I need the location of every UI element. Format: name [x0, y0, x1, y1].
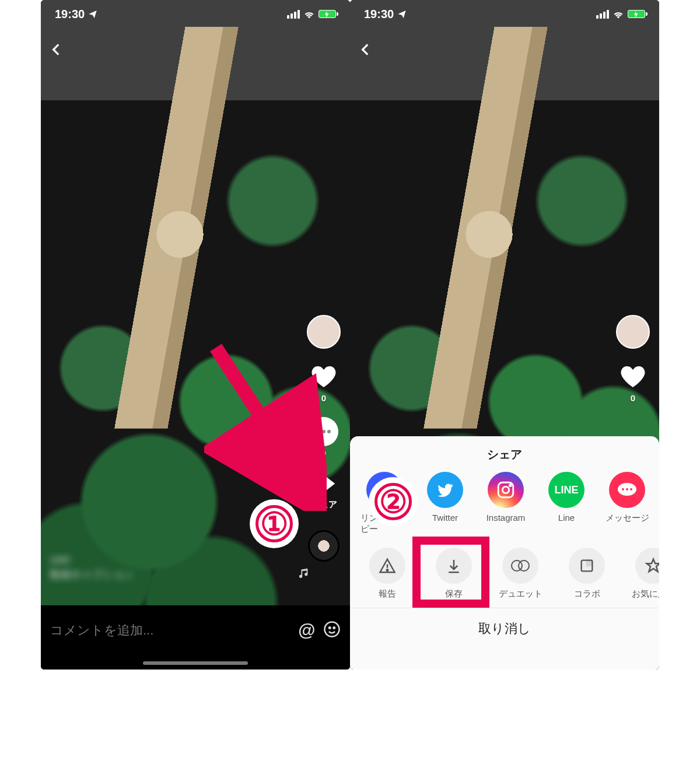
screen-share-sheet: 19:30 0 シェア リンクをコピーTwitterInstagramLINEL… [350, 0, 659, 670]
status-time: 19:30 [364, 8, 394, 21]
wifi-icon [303, 9, 315, 19]
share-action-label: お気に入り [632, 588, 660, 600]
share-action-favorite[interactable]: お気に入り [626, 548, 659, 600]
share-target-label: Twitter [432, 513, 458, 523]
back-button[interactable] [49, 42, 64, 59]
instagram-icon [488, 472, 524, 508]
status-bar: 19:30 [350, 0, 659, 28]
svg-point-9 [509, 485, 511, 486]
cellular-icon [596, 10, 609, 19]
share-action-duet[interactable]: デュエット [494, 548, 547, 600]
share-actions-row: 報告保存デュエットコラボお気に入り [350, 537, 659, 602]
back-button[interactable] [358, 42, 373, 59]
wifi-icon [612, 9, 624, 19]
duet-icon [502, 548, 538, 584]
share-target-label: Line [558, 513, 575, 523]
svg-point-4 [329, 627, 331, 629]
share-target-label: メッセージ [606, 513, 649, 524]
share-action-label: デュエット [499, 588, 542, 600]
highlight-save [412, 537, 489, 608]
share-action-label: コラボ [574, 588, 600, 600]
home-indicator[interactable] [143, 661, 248, 665]
action-rail: 0 [612, 315, 653, 403]
share-target-tw[interactable]: Twitter [421, 472, 469, 535]
like-button[interactable]: 0 [619, 363, 647, 403]
music-note-icon [298, 567, 310, 582]
heart-icon [619, 363, 647, 391]
share-target-msg[interactable]: メッセージ [603, 472, 651, 535]
message-icon [609, 472, 645, 508]
status-bar: 19:30 [41, 0, 350, 28]
share-target-ig[interactable]: Instagram [482, 472, 530, 535]
comment-bar: @ [41, 605, 350, 670]
line-icon: LINE [548, 472, 584, 508]
sound-disc[interactable] [308, 530, 340, 562]
svg-line-6 [216, 348, 303, 482]
like-count: 0 [631, 393, 635, 403]
svg-point-13 [630, 488, 632, 490]
comment-input[interactable] [50, 623, 290, 638]
twitter-icon [427, 472, 463, 508]
svg-point-12 [626, 488, 628, 490]
svg-point-8 [502, 486, 509, 493]
svg-point-5 [334, 627, 335, 629]
svg-point-3 [325, 622, 340, 637]
collab-icon [569, 548, 605, 584]
screen-video-view: 19:30 0 0 シェア [41, 0, 350, 670]
share-sheet: シェア リンクをコピーTwitterInstagramLINELineメッセージ… [350, 436, 659, 670]
share-sheet-title: シェア [350, 436, 659, 468]
svg-point-11 [622, 488, 624, 490]
battery-charging-icon [318, 10, 336, 18]
callout-two: ② [369, 477, 418, 526]
status-time: 19:30 [55, 8, 85, 21]
cellular-icon [287, 10, 300, 19]
emoji-button[interactable] [323, 621, 341, 640]
share-action-collab[interactable]: コラボ [560, 548, 614, 600]
share-action-label: 報告 [379, 588, 396, 600]
svg-point-18 [519, 560, 529, 571]
annotation-arrow [204, 336, 327, 511]
favorite-icon [635, 548, 659, 584]
location-icon [88, 9, 97, 19]
battery-charging-icon [628, 10, 645, 18]
creator-avatar[interactable] [616, 315, 650, 349]
video-caption: user 動画キャプション [50, 552, 274, 582]
location-icon [397, 9, 407, 19]
report-icon [369, 548, 405, 584]
share-target-label: Instagram [487, 513, 526, 523]
svg-rect-20 [587, 560, 592, 566]
callout-one: ① [250, 499, 299, 548]
svg-point-16 [387, 569, 388, 571]
mention-button[interactable]: @ [298, 621, 315, 640]
share-target-ln[interactable]: LINELine [542, 472, 590, 535]
cancel-button[interactable]: 取り消し [350, 608, 659, 655]
svg-point-2 [327, 430, 331, 433]
share-action-report[interactable]: 報告 [360, 548, 414, 600]
